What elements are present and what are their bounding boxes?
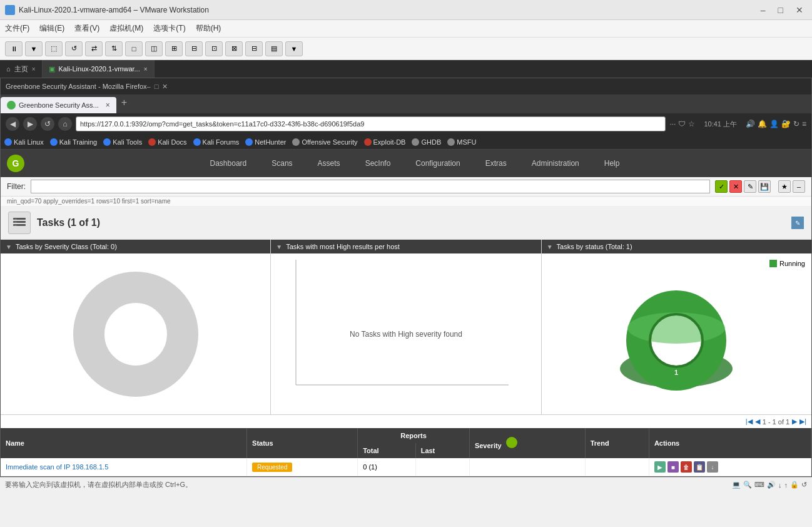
bookmark-msfu[interactable]: MSFU — [447, 138, 476, 146]
minimize-button[interactable]: – — [757, 4, 769, 16]
nav-extras[interactable]: Extras — [473, 151, 519, 175]
speaker-icon[interactable]: 🔊 — [746, 120, 755, 128]
menu-edit[interactable]: 编辑(E) — [39, 23, 64, 34]
severity-indicator — [506, 437, 517, 448]
stop-action-btn[interactable]: ■ — [667, 461, 679, 473]
forward-button[interactable]: ▶ — [23, 117, 37, 131]
next-page-btn[interactable]: ▶ — [792, 417, 797, 426]
toolbar-btn-4[interactable]: ⇄ — [85, 41, 103, 56]
menu-help[interactable]: 帮助(H) — [196, 23, 221, 34]
nav-help[interactable]: Help — [592, 151, 632, 175]
more-icon[interactable]: ··· — [669, 120, 676, 128]
maximize-button[interactable]: □ — [774, 4, 787, 16]
toolbar-btn-6[interactable]: □ — [125, 41, 143, 56]
toolbar-btn-7[interactable]: ◫ — [145, 41, 163, 56]
shield-icon[interactable]: 🛡 — [678, 120, 686, 128]
statusbar-icon-4: 🔊 — [767, 481, 776, 489]
menu-tabs[interactable]: 选项卡(T) — [153, 23, 185, 34]
firefox-maximize[interactable]: □ — [155, 83, 159, 91]
nav-secinfo[interactable]: SecInfo — [353, 151, 403, 175]
firefox-minimize[interactable]: – — [147, 83, 151, 91]
tasks-edit-button[interactable]: ✎ — [791, 217, 804, 229]
toolbar-btn-11[interactable]: ⊠ — [225, 41, 243, 56]
status-chart-toggle[interactable]: ▼ — [547, 243, 553, 250]
firefox-window: Greenbone Security Assistant - Mozilla F… — [0, 78, 812, 477]
exploit-db-icon — [364, 138, 372, 146]
filter-clear-btn[interactable]: ✕ — [729, 180, 742, 193]
col-actions: Actions — [649, 428, 811, 458]
high-results-chart-toggle[interactable]: ▼ — [276, 243, 282, 250]
delete-action-btn[interactable]: 🗑 — [681, 461, 692, 473]
bookmark-kali-training[interactable]: Kali Training — [50, 138, 98, 146]
home-button[interactable]: ⌂ — [58, 117, 72, 131]
os-tab-vm-close[interactable]: × — [144, 66, 148, 73]
bookmark-kali-linux[interactable]: Kali Linux — [4, 138, 44, 146]
nav-scans[interactable]: Scans — [259, 151, 305, 175]
refresh-button[interactable]: ↺ — [41, 117, 54, 131]
filter-dash-btn[interactable]: – — [793, 180, 805, 193]
os-tab-home-close[interactable]: × — [32, 66, 36, 73]
os-tab-vm[interactable]: ▣ Kali-Linux-2020.1-vmwar... × — [43, 60, 155, 78]
menu-vm[interactable]: 虚拟机(M) — [109, 23, 143, 34]
filter-input[interactable] — [31, 180, 710, 193]
bookmark-icon[interactable]: ☆ — [688, 120, 695, 128]
close-button[interactable]: ✕ — [792, 4, 807, 16]
col-reports: Reports — [358, 428, 470, 443]
toolbar-btn-8[interactable]: ⊞ — [165, 41, 183, 56]
col-status: Status — [247, 428, 358, 458]
filter-star-btn[interactable]: ★ — [778, 180, 791, 193]
bookmark-kali-docs[interactable]: Kali Docs — [148, 138, 186, 146]
start-action-btn[interactable]: ▶ — [654, 461, 666, 473]
kali-linux-icon — [4, 138, 12, 146]
toolbar-btn-12[interactable]: ⊟ — [245, 41, 263, 56]
download-action-btn[interactable]: ↓ — [707, 461, 718, 473]
firefox-menu-icon[interactable]: ≡ — [802, 120, 806, 128]
bookmark-nethunter[interactable]: NetHunter — [245, 138, 286, 146]
os-tab-home[interactable]: ⌂ 主页 × — [0, 60, 43, 78]
notification-icon[interactable]: 🔔 — [758, 120, 767, 128]
firefox-close[interactable]: ✕ — [162, 83, 168, 91]
pagination-info: 1 - 1 of 1 — [763, 418, 789, 426]
address-bar[interactable] — [76, 116, 666, 131]
filter-edit-btn[interactable]: ✎ — [744, 180, 756, 193]
sync-icon[interactable]: ↻ — [793, 120, 799, 128]
bookmark-ghdb[interactable]: GHDB — [412, 138, 441, 146]
first-page-btn[interactable]: |◀ — [746, 417, 753, 426]
toolbar-btn-10[interactable]: ⊡ — [205, 41, 223, 56]
report-action-btn[interactable]: 📋 — [694, 461, 705, 473]
toolbar-dropdown[interactable]: ▼ — [25, 41, 43, 56]
menu-file[interactable]: 文件(F) — [5, 23, 29, 34]
severity-chart-panel: ▼ Tasks by Severity Class (Total: 0) — [1, 240, 271, 414]
nav-administration[interactable]: Administration — [519, 151, 592, 175]
firefox-add-tab[interactable]: + — [116, 97, 132, 113]
toolbar-btn-2[interactable]: ⬚ — [45, 41, 63, 56]
toolbar-pause-btn[interactable]: ⏸ — [5, 41, 23, 56]
back-button[interactable]: ◀ — [6, 117, 19, 131]
bookmark-kali-forums[interactable]: Kali Forums — [193, 138, 240, 146]
filter-save-btn[interactable]: 💾 — [758, 180, 771, 193]
toolbar-console-btn[interactable]: ▤ — [265, 41, 283, 56]
bookmark-kali-tools[interactable]: Kali Tools — [103, 138, 142, 146]
prev-page-btn[interactable]: ◀ — [755, 417, 760, 426]
toolbar-btn-14[interactable]: ▼ — [285, 41, 303, 56]
menu-view[interactable]: 查看(V) — [74, 23, 99, 34]
severity-chart-toggle[interactable]: ▼ — [6, 243, 12, 250]
bookmark-exploit-db[interactable]: Exploit-DB — [364, 138, 406, 146]
profile-icon[interactable]: 👤 — [769, 120, 779, 128]
last-page-btn[interactable]: ▶| — [799, 417, 806, 426]
firefox-tab-close[interactable]: × — [106, 101, 110, 110]
nav-assets[interactable]: Assets — [305, 151, 353, 175]
toolbar-btn-5[interactable]: ⇅ — [105, 41, 123, 56]
severity-donut-chart — [73, 272, 198, 397]
browser-time: 10:41 上午 — [704, 120, 737, 129]
filter-action-icons: ✓ ✕ ✎ 💾 — [715, 180, 771, 193]
nav-dashboard[interactable]: Dashboard — [198, 151, 260, 175]
toolbar-btn-9[interactable]: ⊟ — [185, 41, 203, 56]
bookmark-offensive-security[interactable]: Offensive Security — [292, 138, 357, 146]
nav-configuration[interactable]: Configuration — [403, 151, 472, 175]
security-icon[interactable]: 🔐 — [781, 120, 791, 128]
toolbar-btn-3[interactable]: ↺ — [65, 41, 83, 56]
filter-apply-btn[interactable]: ✓ — [715, 180, 728, 193]
task-name-link[interactable]: Immediate scan of IP 198.168.1.5 — [6, 463, 108, 471]
firefox-tab-gvm[interactable]: Greenbone Security Ass... × — [1, 97, 116, 113]
